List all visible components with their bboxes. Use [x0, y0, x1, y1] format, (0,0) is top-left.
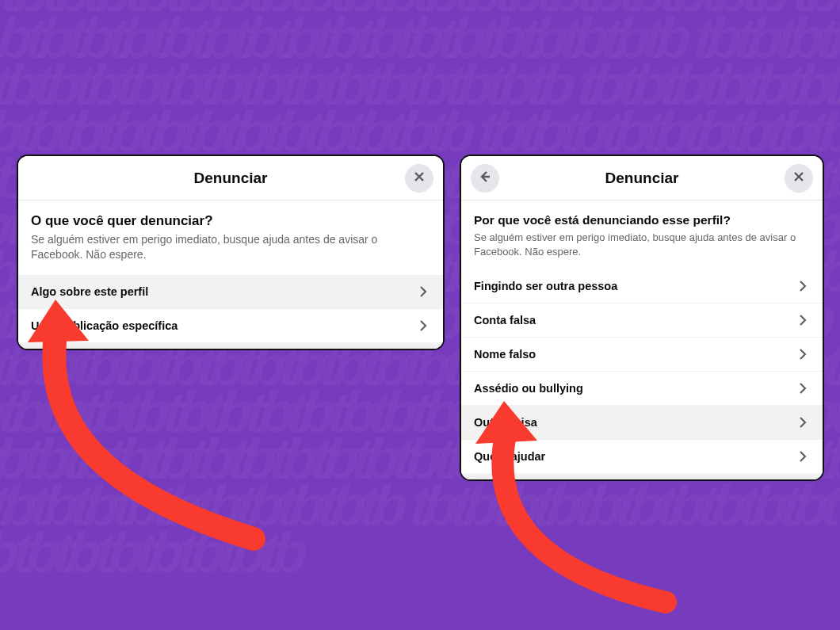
chevron-right-icon — [796, 347, 810, 361]
chevron-right-icon — [796, 381, 810, 395]
report-dialog-left: Denunciar O que você quer denunciar? Se … — [17, 155, 445, 350]
options-list: Fingindo ser outra pessoa Conta falsa No… — [461, 269, 823, 473]
option-publicacao-especifica[interactable]: Uma publicação específica — [18, 308, 443, 342]
question-heading: Por que você está denunciando esse perfi… — [474, 213, 810, 227]
option-outra-coisa[interactable]: Outra coisa — [461, 405, 823, 439]
options-list: Algo sobre este perfil Uma publicação es… — [18, 275, 443, 342]
dialog-title: Denunciar — [194, 170, 268, 187]
option-conta-falsa[interactable]: Conta falsa — [461, 303, 823, 337]
option-label: Uma publicação específica — [31, 319, 178, 332]
chevron-right-icon — [416, 284, 430, 299]
option-label: Nome falso — [474, 348, 536, 361]
option-label: Quero ajudar — [474, 450, 545, 463]
option-assedio[interactable]: Assédio ou bullying — [461, 371, 823, 405]
option-label: Conta falsa — [474, 314, 536, 326]
close-button[interactable] — [785, 164, 813, 193]
question-subtext: Se alguém estiver em perigo imediato, bu… — [31, 232, 430, 262]
question-heading: O que você quer denunciar? — [31, 213, 430, 229]
close-icon — [792, 170, 805, 186]
chevron-right-icon — [416, 319, 430, 333]
option-label: Fingindo ser outra pessoa — [474, 280, 617, 292]
chevron-right-icon — [796, 449, 810, 464]
dialog-header: Denunciar — [461, 156, 823, 200]
option-quero-ajudar[interactable]: Quero ajudar — [461, 439, 823, 473]
option-fingindo[interactable]: Fingindo ser outra pessoa — [461, 269, 823, 303]
question-subtext: Se alguém estiver em perigo imediato, bu… — [474, 231, 810, 258]
option-label: Outra coisa — [474, 416, 537, 429]
chevron-right-icon — [796, 279, 810, 293]
dialog-title: Denunciar — [605, 170, 679, 187]
report-dialog-right: Denunciar Por que você está denunciando … — [460, 155, 824, 481]
option-label: Algo sobre este perfil — [31, 285, 148, 298]
dialog-header: Denunciar — [18, 156, 443, 200]
arrow-left-icon — [479, 170, 491, 186]
option-algo-sobre-perfil[interactable]: Algo sobre este perfil — [18, 275, 443, 308]
option-nome-falso[interactable]: Nome falso — [461, 337, 823, 371]
chevron-right-icon — [796, 313, 810, 327]
chevron-right-icon — [796, 415, 810, 430]
close-icon — [413, 170, 426, 186]
option-label: Assédio ou bullying — [474, 382, 583, 395]
back-button[interactable] — [471, 164, 499, 193]
close-button[interactable] — [405, 164, 433, 193]
